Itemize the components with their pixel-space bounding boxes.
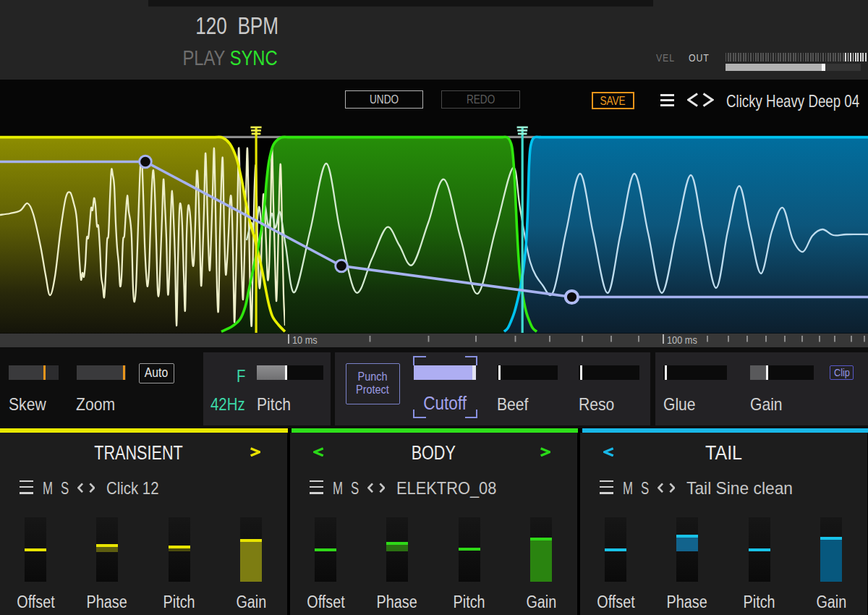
svg-text:100 ms: 100 ms: [667, 334, 697, 346]
svg-text:10 ms: 10 ms: [292, 334, 318, 346]
